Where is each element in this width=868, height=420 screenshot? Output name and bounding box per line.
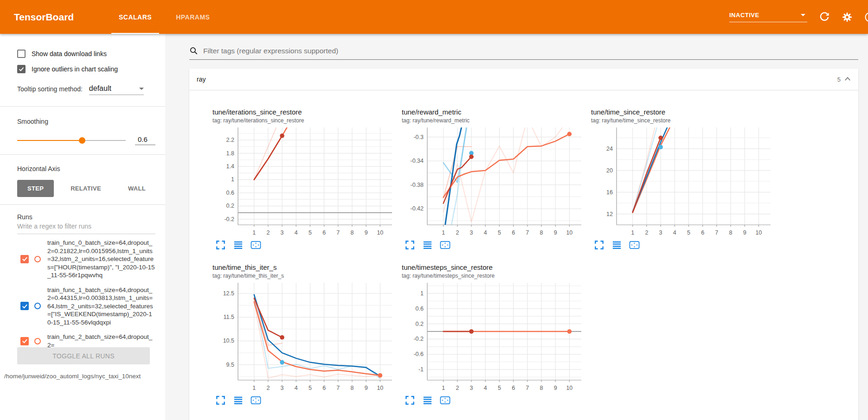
svg-text:0.6: 0.6 [226, 190, 234, 196]
chart-plot[interactable]: 1234567891010.60.2-0.2-0.6-1 [402, 280, 587, 395]
svg-text:9.5: 9.5 [226, 362, 234, 368]
chart-title: tune/timesteps_since_restore [402, 263, 587, 271]
tag-filter-input[interactable] [203, 47, 858, 55]
svg-text:-0.42: -0.42 [411, 205, 424, 212]
svg-text:-0.3: -0.3 [413, 134, 424, 140]
header-tab[interactable]: HPARAMS [164, 0, 222, 34]
tab-label: HPARAMS [176, 13, 210, 21]
axis-option-step[interactable]: STEP [17, 180, 54, 197]
fit-domain-icon[interactable] [440, 395, 450, 406]
tag-group-card: ray 5 tune/iterations_since_restore tag:… [189, 69, 858, 420]
svg-text:10.5: 10.5 [223, 337, 234, 344]
fit-domain-icon[interactable] [440, 240, 450, 250]
refresh-icon[interactable] [819, 12, 830, 23]
chart-title: tune/time_this_iter_s [212, 263, 398, 271]
option-ignore-outliers[interactable]: Ignore outliers in chart scaling [17, 65, 155, 73]
svg-text:-1: -1 [418, 366, 424, 373]
fullscreen-icon[interactable] [405, 240, 415, 250]
runs-filter-input[interactable] [17, 221, 155, 234]
svg-text:10: 10 [566, 385, 572, 391]
svg-text:10: 10 [377, 385, 383, 391]
svg-text:10: 10 [377, 229, 383, 236]
log-directory-path: /home/junweid/zoo_automl_logs/nyc_taxi_1… [4, 372, 148, 381]
chart-actions [402, 395, 587, 406]
run-checkbox[interactable] [20, 255, 29, 263]
tooltip-sorting-value: default [89, 84, 111, 93]
option-show-download-links[interactable]: Show data download links [17, 50, 155, 58]
svg-text:7: 7 [336, 229, 340, 236]
svg-text:8: 8 [729, 229, 733, 236]
status-dropdown[interactable]: INACTIVE [729, 12, 807, 22]
toggle-all-runs-button[interactable]: TOGGLE ALL RUNS [17, 347, 150, 364]
svg-text:8: 8 [540, 385, 543, 391]
svg-text:7: 7 [526, 385, 529, 391]
run-checkbox[interactable] [20, 337, 29, 345]
tag-filter [189, 46, 858, 60]
tooltip-sorting-label: Tooltip sorting method: [17, 85, 83, 95]
svg-text:3: 3 [470, 229, 473, 236]
tag-group-header[interactable]: ray 5 [189, 69, 858, 90]
svg-text:2: 2 [456, 229, 459, 236]
gear-icon[interactable] [842, 12, 853, 23]
svg-text:2.2: 2.2 [226, 137, 234, 143]
svg-text:-0.38: -0.38 [411, 182, 424, 188]
smoothing-label: Smoothing [17, 118, 155, 125]
svg-text:10: 10 [566, 229, 572, 236]
fullscreen-icon[interactable] [215, 395, 226, 406]
runs-selector-icon[interactable] [422, 395, 433, 406]
chart-title: tune/reward_metric [402, 108, 587, 116]
run-row[interactable]: train_func_0_batch_size=64,dropout_2=0.2… [17, 239, 155, 280]
run-isolate-radio[interactable] [34, 338, 41, 344]
help-icon[interactable]: ? [864, 12, 868, 23]
chart-actions [591, 240, 777, 250]
tooltip-sorting-select[interactable]: default [89, 84, 144, 95]
smoothing-slider[interactable] [17, 137, 126, 144]
option-checkbox[interactable] [17, 50, 26, 58]
chart-card: tune/timesteps_since_restore tag: ray/tu… [402, 263, 587, 406]
chart-plot[interactable]: 1234567891012.511.510.59.5 [212, 280, 398, 395]
svg-text:9: 9 [365, 385, 368, 391]
slider-thumb[interactable] [79, 137, 85, 144]
svg-text:12.5: 12.5 [223, 290, 234, 297]
option-checkbox[interactable] [17, 65, 26, 73]
run-isolate-radio[interactable] [34, 256, 41, 262]
svg-text:-0.6: -0.6 [413, 351, 424, 357]
fullscreen-icon[interactable] [405, 395, 415, 406]
svg-text:24: 24 [606, 146, 613, 152]
svg-text:3: 3 [281, 385, 284, 391]
run-row[interactable]: train_func_2_batch_size=64,dropout_2= [17, 333, 155, 349]
chevron-up-icon[interactable] [843, 75, 852, 83]
svg-text:4: 4 [484, 385, 487, 391]
runs-selector-icon[interactable] [422, 240, 433, 250]
svg-text:7: 7 [715, 229, 718, 236]
chart-plot[interactable]: 12345678910-0.3-0.34-0.38-0.42 [402, 125, 587, 240]
svg-text:1.8: 1.8 [226, 150, 234, 157]
run-row[interactable]: train_func_1_batch_size=64,dropout_2=0.4… [17, 286, 155, 327]
runs-selector-icon[interactable] [233, 240, 244, 250]
horizontal-axis-label: Horizontal Axis [17, 165, 155, 172]
fit-domain-icon[interactable] [629, 240, 640, 250]
header-tab[interactable]: SCALARS [107, 0, 164, 34]
chart-plot[interactable]: 1234567891024201612 [591, 125, 777, 240]
runs-selector-icon[interactable] [611, 240, 622, 250]
runs-label: Runs [17, 213, 155, 221]
chart-tag: tag: ray/tune/reward_metric [402, 117, 587, 124]
svg-text:5: 5 [309, 229, 312, 236]
run-checkbox[interactable] [20, 302, 29, 310]
runs-selector-icon[interactable] [233, 395, 244, 406]
axis-option-relative[interactable]: RELATIVE [60, 180, 111, 197]
svg-text:1: 1 [631, 229, 634, 236]
svg-text:5: 5 [687, 229, 690, 236]
runs-list: train_func_0_batch_size=64,dropout_2=0.2… [17, 239, 155, 351]
chart-plot[interactable]: 123456789102.21.81.410.60.2-0.2 [212, 125, 398, 240]
slider-fill [17, 140, 82, 141]
fullscreen-icon[interactable] [215, 240, 226, 250]
fit-domain-icon[interactable] [251, 395, 261, 406]
smoothing-value-field[interactable]: 0.6 [135, 135, 155, 145]
fit-domain-icon[interactable] [251, 240, 261, 250]
run-isolate-radio[interactable] [34, 303, 41, 309]
chart-tag: tag: ray/tune/time_since_restore [591, 117, 777, 124]
chart-title: tune/iterations_since_restore [212, 108, 398, 116]
fullscreen-icon[interactable] [594, 240, 604, 250]
axis-option-wall[interactable]: WALL [118, 180, 156, 197]
